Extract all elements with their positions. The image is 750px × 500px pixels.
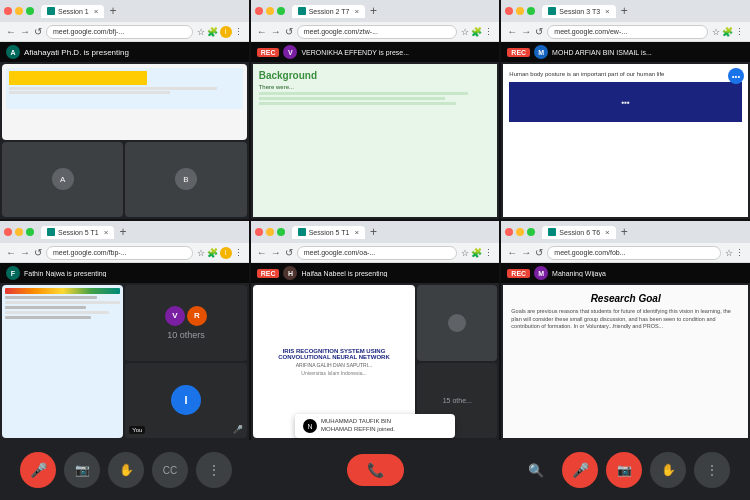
reload-btn-6[interactable]: ↺ [535, 247, 543, 258]
tab-close-6[interactable]: × [605, 228, 610, 237]
browser-tab-4[interactable]: Session 5 T1 × [41, 226, 114, 239]
back-btn-5[interactable]: ← [257, 247, 267, 258]
close-btn-6[interactable] [505, 228, 513, 236]
back-btn-4[interactable]: ← [6, 247, 16, 258]
cam-button-2[interactable]: 📷 [606, 452, 642, 488]
back-btn-2[interactable]: ← [257, 26, 267, 37]
max-btn-3[interactable] [527, 7, 535, 15]
more-icon-3[interactable]: ⋮ [735, 27, 744, 37]
browser-tab-1[interactable]: Session 1 × [41, 5, 104, 18]
tab-add-1[interactable]: + [107, 4, 118, 18]
min-btn-4[interactable] [15, 228, 23, 236]
address-field-3[interactable]: meet.google.com/ew-... [547, 25, 708, 39]
mic-button[interactable]: 🎤 [20, 452, 56, 488]
puzzle-icon-1[interactable]: 🧩 [207, 27, 218, 37]
browser-tab-2[interactable]: Session 2 T7 × [292, 5, 365, 18]
account-icon-4[interactable]: I [220, 247, 232, 259]
bookmark-icon-6[interactable]: ☆ [725, 248, 733, 258]
min-btn-3[interactable] [516, 7, 524, 15]
close-btn-5[interactable] [255, 228, 263, 236]
forward-btn-5[interactable]: → [271, 247, 281, 258]
bookmark-icon-5[interactable]: ☆ [461, 248, 469, 258]
account-icon-1[interactable]: I [220, 26, 232, 38]
close-btn-4[interactable] [4, 228, 12, 236]
min-btn-1[interactable] [15, 7, 23, 15]
max-btn-1[interactable] [26, 7, 34, 15]
address-field-6[interactable]: meet.google.com/fob... [547, 246, 721, 260]
back-btn-6[interactable]: ← [507, 247, 517, 258]
address-text-3: meet.google.com/ew-... [554, 28, 627, 35]
puzzle-icon-3[interactable]: 🧩 [722, 27, 733, 37]
address-field-2[interactable]: meet.google.com/ztw-... [297, 25, 458, 39]
close-btn-1[interactable] [4, 7, 12, 15]
puzzle-icon-5[interactable]: 🧩 [471, 248, 482, 258]
max-btn-2[interactable] [277, 7, 285, 15]
back-btn-1[interactable]: ← [6, 26, 16, 37]
reload-btn-1[interactable]: ↺ [34, 26, 42, 37]
min-btn-5[interactable] [266, 228, 274, 236]
puzzle-icon-4[interactable]: 🧩 [207, 248, 218, 258]
bookmark-icon-4[interactable]: ☆ [197, 248, 205, 258]
max-btn-4[interactable] [26, 228, 34, 236]
more-icon-1[interactable]: ⋮ [234, 27, 243, 37]
cam-button[interactable]: 📷 [64, 452, 100, 488]
address-field-1[interactable]: meet.google.com/bfj-... [46, 25, 193, 39]
bookmark-icon-1[interactable]: ☆ [197, 27, 205, 37]
bookmark-icon-2[interactable]: ☆ [461, 27, 469, 37]
tab-close-4[interactable]: × [104, 228, 109, 237]
tab-add-5[interactable]: + [368, 225, 379, 239]
bookmark-icon-3[interactable]: ☆ [712, 27, 720, 37]
reload-btn-5[interactable]: ↺ [285, 247, 293, 258]
more-icon-6[interactable]: ⋮ [735, 248, 744, 258]
min-btn-2[interactable] [266, 7, 274, 15]
more-icon-2[interactable]: ⋮ [484, 27, 493, 37]
reload-btn-2[interactable]: ↺ [285, 26, 293, 37]
tab-close-3[interactable]: × [605, 7, 610, 16]
search-button[interactable]: 🔍 [518, 452, 554, 488]
tab-add-3[interactable]: + [619, 4, 630, 18]
forward-btn-1[interactable]: → [20, 26, 30, 37]
puzzle-icon-2[interactable]: 🧩 [471, 27, 482, 37]
hand-button[interactable]: ✋ [108, 452, 144, 488]
max-btn-5[interactable] [277, 228, 285, 236]
meet-content-5: REC H Haifaa Nabeel is presenting IRIS R… [251, 263, 500, 440]
forward-btn-2[interactable]: → [271, 26, 281, 37]
back-btn-3[interactable]: ← [507, 26, 517, 37]
tab-add-2[interactable]: + [368, 4, 379, 18]
min-btn-6[interactable] [516, 228, 524, 236]
hb-text-3: Human body posture is an important part … [509, 70, 742, 78]
tab-add-4[interactable]: + [117, 225, 128, 239]
browser-tab-3[interactable]: Session 3 T3 × [542, 5, 615, 18]
more-button-2[interactable]: ⋮ [694, 452, 730, 488]
mic-button-2[interactable]: 🎤 [562, 452, 598, 488]
three-dots-3[interactable]: ••• [728, 68, 744, 84]
tab-close-5[interactable]: × [354, 228, 359, 237]
browser-tab-6[interactable]: Session 6 T6 × [542, 226, 615, 239]
others-avatars-4: V R [165, 306, 207, 326]
hb-slide-3: ••• Human body posture is an important p… [503, 64, 748, 217]
reload-btn-3[interactable]: ↺ [535, 26, 543, 37]
close-btn-2[interactable] [255, 7, 263, 15]
hand-button-2[interactable]: ✋ [650, 452, 686, 488]
more-icon-4[interactable]: ⋮ [234, 248, 243, 258]
you-tile-4: I You 🎤 [125, 363, 246, 439]
forward-btn-3[interactable]: → [521, 26, 531, 37]
more-icon-5[interactable]: ⋮ [484, 248, 493, 258]
tab-close-2[interactable]: × [354, 7, 359, 16]
more-button[interactable]: ⋮ [196, 452, 232, 488]
browser-tab-5[interactable]: Session 5 T1 × [292, 226, 365, 239]
tab-add-6[interactable]: + [619, 225, 630, 239]
forward-btn-6[interactable]: → [521, 247, 531, 258]
reload-btn-4[interactable]: ↺ [34, 247, 42, 258]
doc-row-4b [5, 301, 120, 304]
video-area-3: ••• Human body posture is an important p… [501, 62, 750, 219]
address-field-4[interactable]: meet.google.com/fbp-... [46, 246, 193, 260]
close-btn-3[interactable] [505, 7, 513, 15]
end-call-button[interactable]: 📞 [347, 454, 404, 486]
address-field-5[interactable]: meet.google.com/oa-... [297, 246, 458, 260]
video-grid-4: V R 10 others I You 🎤 [0, 283, 249, 440]
tab-close-1[interactable]: × [94, 7, 99, 16]
max-btn-6[interactable] [527, 228, 535, 236]
forward-btn-4[interactable]: → [20, 247, 30, 258]
cc-button[interactable]: CC [152, 452, 188, 488]
